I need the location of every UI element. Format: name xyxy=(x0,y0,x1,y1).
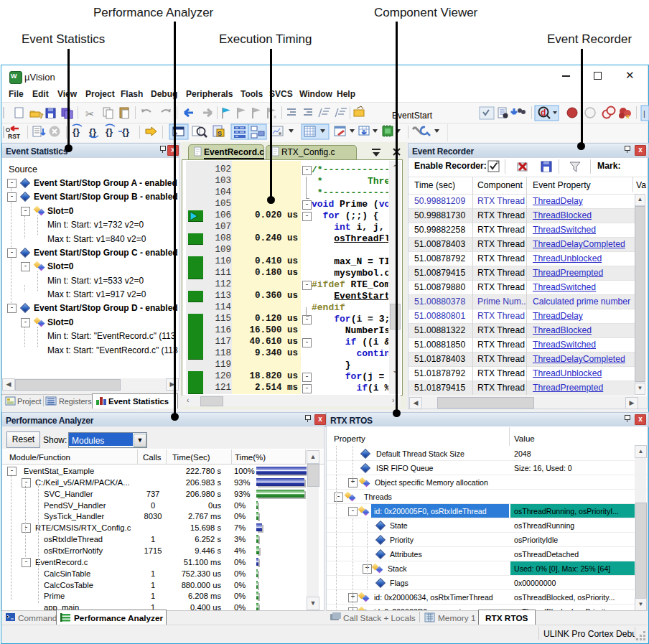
svg-text:{}: {} xyxy=(73,126,80,137)
svg-text:{}: {} xyxy=(106,126,113,137)
svg-text:x: x xyxy=(274,113,276,120)
svg-text:d: d xyxy=(541,108,546,118)
svg-text:S: S xyxy=(218,130,222,137)
svg-text:RST: RST xyxy=(8,133,21,140)
svg-text:|: | xyxy=(643,109,645,118)
svg-text:{}: {} xyxy=(89,126,96,137)
svg-text:✂: ✂ xyxy=(85,108,95,120)
svg-text:x: x xyxy=(626,113,630,120)
svg-text:{}: {} xyxy=(122,126,129,137)
